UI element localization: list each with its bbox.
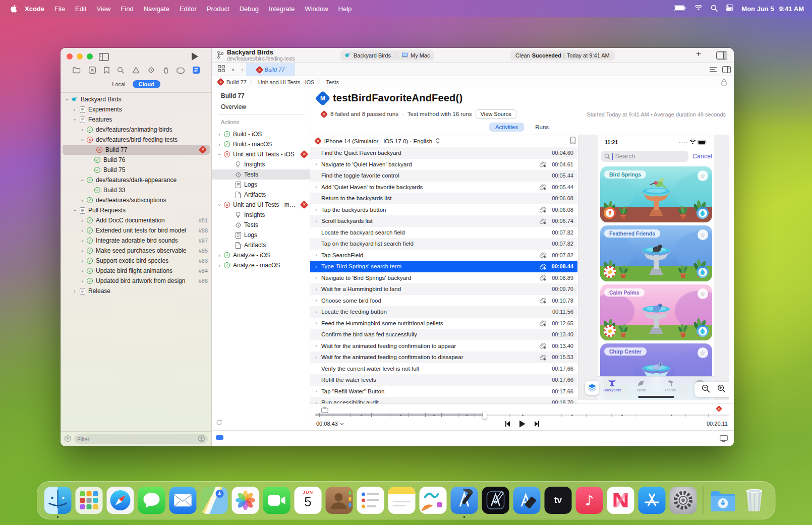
- navigator-row-build-76[interactable]: ✓Build 76: [61, 155, 212, 165]
- step-backward-button[interactable]: [504, 421, 512, 428]
- test-step-row[interactable]: ›Run accessibility audit00:18.70: [310, 397, 577, 403]
- test-step-row[interactable]: ›Wait for a Hummingbird to land00:09.70: [310, 283, 577, 295]
- dock-photos-icon[interactable]: [232, 487, 259, 514]
- drop-badge-icon[interactable]: [697, 325, 709, 337]
- step-forward-button[interactable]: [533, 421, 540, 428]
- battery-icon[interactable]: [674, 5, 686, 13]
- menu-xcode[interactable]: Xcode: [20, 5, 49, 13]
- filter-input[interactable]: Filter: [74, 434, 208, 444]
- dock-app-store-icon[interactable]: [639, 487, 666, 514]
- build-action-unit-and-ui-tests-macos[interactable]: ›✕Unit and UI Tests - macOS✕: [212, 200, 310, 210]
- run-button[interactable]: [192, 52, 198, 61]
- test-step-row[interactable]: ›Tap the backyards button00:06.08: [310, 204, 577, 216]
- menu-window[interactable]: Window: [300, 5, 333, 13]
- test-step-row[interactable]: ›Add 'Quiet Haven' to favorite backyards…: [310, 182, 577, 193]
- build-action-build-macos[interactable]: ›✓Build - macOS: [212, 139, 310, 149]
- spotlight-icon[interactable]: [711, 5, 718, 13]
- scheme-selector[interactable]: Backyard Birds 〉 My Mac: [340, 50, 434, 61]
- device-row[interactable]: ✕ iPhone 14 (Simulator - iOS 17.0) · Eng…: [310, 135, 577, 147]
- drop-badge-icon[interactable]: [697, 207, 709, 219]
- navigator-row-add-docc-documentation[interactable]: ›✓Add DocC documentation#81: [61, 215, 212, 225]
- disclosure-icon[interactable]: ›: [80, 177, 85, 184]
- navigator-row-build-33[interactable]: ✓Build 33: [61, 185, 212, 195]
- wifi-icon[interactable]: [694, 5, 703, 13]
- drop-badge-icon[interactable]: [697, 266, 709, 278]
- forward-nav-icon[interactable]: ›: [241, 66, 243, 73]
- disclosure-icon[interactable]: ›: [71, 288, 78, 294]
- segment-local[interactable]: Local: [112, 81, 125, 87]
- control-center-icon[interactable]: [726, 5, 733, 13]
- view-source-button[interactable]: View Source: [476, 109, 517, 119]
- sim-cancel-button[interactable]: Cancel: [692, 153, 714, 160]
- build-action-insights[interactable]: Insights: [212, 210, 310, 220]
- disclosure-icon[interactable]: ›: [313, 286, 319, 292]
- disclosure-icon[interactable]: ›: [216, 253, 223, 258]
- dock-news-icon[interactable]: [607, 487, 634, 514]
- navigator-row-updated-bird-artwork-from-design[interactable]: ›✓Updated bird artwork from design#86: [61, 276, 212, 286]
- navigator-row-make-seed-purchases-observable[interactable]: ›✓Make seed purchases observable#85: [61, 246, 212, 256]
- play-button[interactable]: [519, 420, 526, 429]
- disclosure-icon[interactable]: ›: [79, 198, 86, 203]
- disclosure-icon[interactable]: ›: [313, 343, 319, 348]
- minimize-window-button[interactable]: [77, 53, 83, 60]
- navigator-row-dev-features-bird-feeding-tests[interactable]: ›✕dev/features/bird-feeding-tests: [61, 135, 212, 145]
- navigator-row-build-75[interactable]: ✓Build 75: [61, 165, 212, 175]
- favorite-star-icon[interactable]: ☆: [698, 347, 708, 358]
- disclosure-icon[interactable]: ›: [72, 116, 78, 123]
- disclosure-icon[interactable]: ›: [79, 218, 86, 223]
- dock-freeform-icon[interactable]: [420, 487, 447, 514]
- refresh-icon[interactable]: [216, 419, 222, 427]
- build-action-insights[interactable]: Insights: [212, 159, 310, 169]
- navigator-row-dev-features-animating-birds[interactable]: ›✓dev/features/animating-birds: [61, 125, 212, 135]
- test-step-row[interactable]: ›Navigate to 'Quiet Haven' backyard00:04…: [310, 159, 577, 170]
- build-action-analyze-ios[interactable]: ›✓Analyze - iOS: [212, 250, 310, 260]
- report-navigator-icon[interactable]: [193, 67, 200, 76]
- disclosure-icon[interactable]: ›: [79, 258, 86, 264]
- test-navigator-icon[interactable]: [148, 67, 155, 76]
- dock-tv-icon[interactable]: tv: [545, 487, 572, 514]
- test-step-row[interactable]: ›Feed the Hummingbird some nutritrional …: [310, 318, 577, 329]
- test-step-row[interactable]: Verify the current water level is not fu…: [310, 363, 577, 375]
- navigator-row-support-exotic-bird-species[interactable]: ›✓Support exotic bird species#83: [61, 256, 212, 266]
- apple-menu-icon[interactable]: [10, 5, 18, 13]
- navigator-row-integrate-adorable-bird-sounds[interactable]: ›✓Integrate adorable bird sounds#87: [61, 236, 212, 246]
- seed-badge-icon[interactable]: [604, 266, 616, 278]
- tab-build-77[interactable]: ✕ Build 77: [246, 63, 295, 76]
- build-action-tests[interactable]: Tests: [212, 169, 310, 180]
- build-action-build-ios[interactable]: ›✓Build - iOS: [212, 129, 310, 139]
- feeder-badge-icon[interactable]: [604, 207, 616, 219]
- back-nav-icon[interactable]: ‹: [232, 66, 234, 73]
- test-step-row[interactable]: Return to the backyards list00:06.08: [310, 193, 577, 204]
- disclosure-icon[interactable]: ›: [80, 136, 85, 143]
- disclosure-icon[interactable]: ›: [72, 207, 78, 214]
- layers-overlay-button[interactable]: [585, 381, 599, 395]
- disclosure-icon[interactable]: ›: [79, 268, 86, 274]
- disclosure-icon[interactable]: ›: [313, 207, 319, 212]
- menu-find[interactable]: Find: [115, 5, 138, 13]
- navigator-row-release[interactable]: ›Release: [61, 286, 212, 296]
- changes-navigator-icon[interactable]: [89, 67, 96, 76]
- navigator-row-dev-features-dark-appearance[interactable]: ›✓dev/features/dark-appearance: [61, 175, 212, 185]
- build-action-logs[interactable]: Logs: [212, 180, 310, 190]
- test-step-row[interactable]: ›Tap "Refill Water" Button00:17.66: [310, 386, 577, 397]
- menu-help[interactable]: Help: [333, 5, 357, 13]
- menu-editor[interactable]: Editor: [175, 5, 202, 13]
- debug-navigator-icon[interactable]: [163, 67, 169, 76]
- bookmark-navigator-icon[interactable]: [104, 67, 109, 76]
- menu-product[interactable]: Product: [202, 5, 235, 13]
- project-navigator-icon[interactable]: [73, 67, 81, 76]
- disclosure-icon[interactable]: ›: [65, 96, 70, 103]
- menu-navigate[interactable]: Navigate: [139, 5, 175, 13]
- dock-contacts-icon[interactable]: [326, 487, 353, 514]
- dock-finder-icon[interactable]: [44, 487, 72, 514]
- split-editor-icon[interactable]: [722, 66, 731, 75]
- toggle-sidebar-icon[interactable]: [99, 53, 109, 63]
- dock-safari-icon[interactable]: [107, 487, 134, 514]
- navigator-row-dev-features-subscriptions[interactable]: ›✓dev/features/subscriptions: [61, 195, 212, 205]
- test-step-row[interactable]: ›Tap SearchField00:07.82: [310, 250, 577, 261]
- user-filter-icon[interactable]: [198, 435, 205, 443]
- disclosure-icon[interactable]: ›: [216, 142, 223, 147]
- dock-music-icon[interactable]: ♪: [576, 487, 603, 514]
- test-step-row[interactable]: ›Navigate to 'Bird Springs' backyard00:0…: [310, 272, 577, 284]
- zoom-out-button[interactable]: [702, 384, 710, 395]
